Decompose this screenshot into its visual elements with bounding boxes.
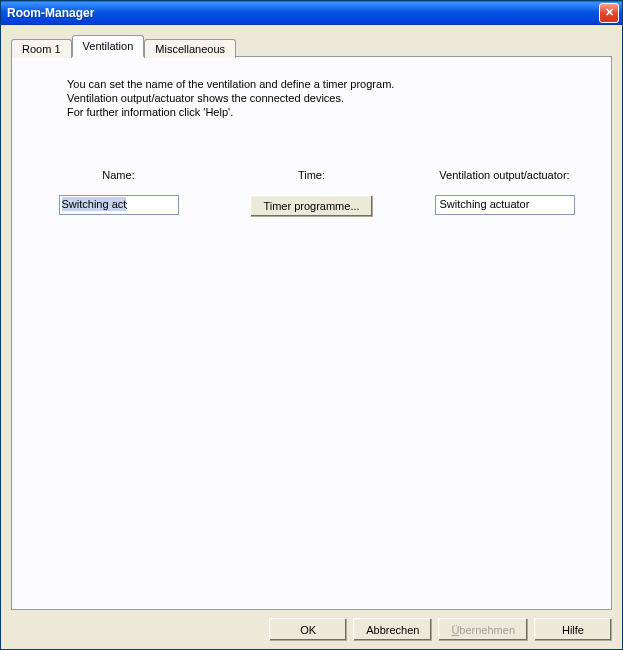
field-columns: Name: Switching act Time: Timer programm… (32, 169, 591, 217)
tab-strip: Room 1 Ventilation Miscellaneous (11, 35, 612, 57)
tab-label: Room 1 (22, 43, 61, 55)
titlebar[interactable]: Room-Manager ✕ (1, 1, 622, 25)
tab-label: Ventilation (83, 40, 134, 52)
tab-room1[interactable]: Room 1 (11, 39, 72, 58)
tab-label: Miscellaneous (155, 43, 225, 55)
output-field: Switching actuator (435, 195, 575, 215)
col-output: Ventilation output/actuator: Switching a… (418, 169, 591, 217)
dialog-buttons: OK Abbrechen Übernehmen Hilfe (11, 610, 612, 641)
col-name: Name: Switching act (32, 169, 205, 217)
button-label: Übernehmen (451, 624, 515, 636)
output-label: Ventilation output/actuator: (418, 169, 591, 181)
tab-ventilation[interactable]: Ventilation (72, 35, 145, 57)
client-area: Room 1 Ventilation Miscellaneous You can… (1, 25, 622, 649)
desc-line-2: Ventilation output/actuator shows the co… (67, 91, 591, 105)
apply-button[interactable]: Übernehmen (438, 618, 528, 641)
room-manager-window: Room-Manager ✕ Room 1 Ventilation Miscel… (0, 0, 623, 650)
time-label: Time: (225, 169, 398, 181)
timer-programme-button[interactable]: Timer programme... (250, 195, 372, 217)
output-value: Switching actuator (440, 198, 530, 210)
window-title: Room-Manager (7, 6, 599, 20)
tab-miscellaneous[interactable]: Miscellaneous (144, 39, 236, 58)
name-input-wrap: Switching act (59, 195, 179, 215)
col-time: Time: Timer programme... (225, 169, 398, 217)
button-label: OK (300, 624, 316, 636)
name-label: Name: (32, 169, 205, 181)
ok-button[interactable]: OK (269, 618, 347, 641)
description-text: You can set the name of the ventilation … (67, 77, 591, 119)
help-button[interactable]: Hilfe (534, 618, 612, 641)
tab-panel-ventilation: You can set the name of the ventilation … (11, 56, 612, 610)
desc-line-3: For further information click 'Help'. (67, 105, 591, 119)
cancel-button[interactable]: Abbrechen (353, 618, 432, 641)
button-label: Abbrechen (366, 624, 419, 636)
name-input[interactable] (59, 195, 179, 215)
button-label: Timer programme... (263, 200, 359, 212)
close-icon[interactable]: ✕ (599, 3, 619, 23)
desc-line-1: You can set the name of the ventilation … (67, 77, 591, 91)
button-label: Hilfe (562, 624, 584, 636)
